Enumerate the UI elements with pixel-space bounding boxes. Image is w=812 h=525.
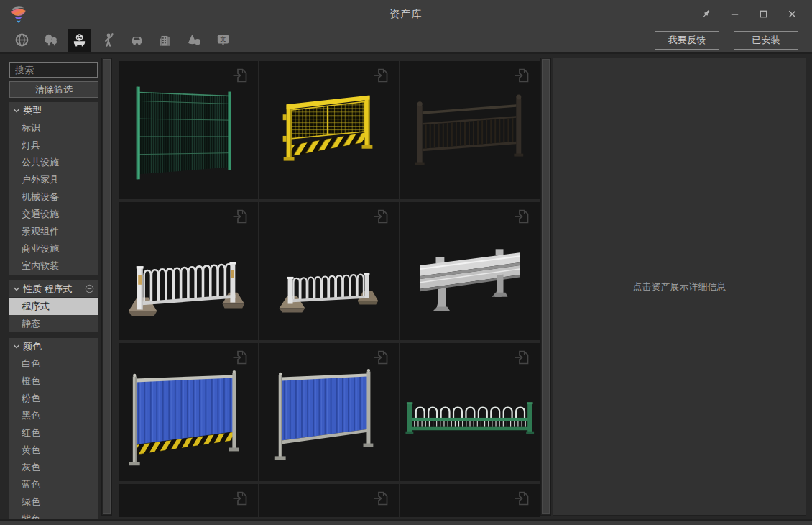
filter-item[interactable]: 静态 [9,315,98,332]
installed-button[interactable]: 已安装 [734,31,798,50]
filter-section-label: 类型 [23,104,42,117]
tab-material-icon[interactable] [183,29,206,52]
filter-item[interactable]: 黑色 [9,407,98,424]
asset-tile-green-white-fence[interactable] [400,343,540,481]
filter-item[interactable]: 白色 [9,355,98,373]
detail-placeholder-text: 点击资产展示详细信息 [633,280,726,293]
category-tabs: 文 [0,27,234,52]
grid-scrollbar-thumb[interactable] [542,59,550,514]
detail-panel: 点击资产展示详细信息 [553,58,806,516]
filter-item[interactable]: 红色 [9,424,98,442]
filter-item[interactable]: 灰色 [9,459,98,476]
filter-item[interactable]: 绿色 [9,493,98,511]
filter-section-label: 颜色 [23,340,42,353]
asset-tile-white-loop-fence-small[interactable] [259,202,399,340]
filter-item[interactable]: 黄色 [9,442,98,459]
asset-tile-highway-guardrail[interactable] [400,202,540,340]
filter-item[interactable]: 紫色 [9,511,98,519]
filter-group-1: 性质 程序式程序式静态 [9,280,98,332]
asset-tile[interactable] [400,484,540,517]
maximize-icon[interactable] [749,0,778,27]
filter-group-0: 类型标识灯具公共设施户外家具机械设备交通设施景观组件商业设施室内软装 [9,102,98,275]
chevron-down-icon [13,286,20,293]
minimize-icon[interactable] [720,0,749,27]
clear-filters-button[interactable]: 清除筛选 [9,81,98,98]
export-asset-icon[interactable] [512,66,531,85]
filter-item[interactable]: 灯具 [9,137,98,154]
export-asset-icon[interactable] [372,348,390,367]
tab-building-icon[interactable] [154,29,177,52]
filter-item[interactable]: 粉色 [9,390,98,407]
filter-item[interactable]: 机械设备 [9,188,98,206]
sidebar-scrollbar-thumb[interactable] [103,59,111,514]
filter-item[interactable]: 标识 [9,119,98,137]
export-asset-icon[interactable] [231,348,249,367]
filter-section-header[interactable]: 颜色 [9,338,98,355]
filter-sidebar: 清除筛选 类型标识灯具公共设施户外家具机械设备交通设施景观组件商业设施室内软装性… [6,54,99,519]
filter-group-2: 颜色白色橙色粉色黑色红色黄色灰色蓝色绿色紫色 [9,338,98,519]
tab-decal-icon[interactable]: 文 [211,29,234,52]
asset-tile-blue-hoarding-plain[interactable] [259,343,399,481]
filter-section-label: 性质 程序式 [23,283,73,296]
export-asset-icon[interactable] [372,207,390,226]
asset-tile-black-metal-railing[interactable] [400,61,540,199]
tab-vehicle-icon[interactable] [125,29,148,52]
svg-text:文: 文 [220,35,226,42]
tab-vegetation-icon[interactable] [39,29,62,52]
toolbar: 文 我要反馈 已安装 [0,27,812,54]
tab-character-icon[interactable] [96,29,119,52]
chevron-down-icon [13,343,20,350]
close-icon[interactable] [778,0,806,27]
filter-item[interactable]: 户外家具 [9,171,98,188]
filter-item[interactable]: 交通设施 [9,206,98,223]
search-input[interactable] [9,62,98,78]
export-asset-icon[interactable] [231,489,249,508]
asset-library-window: 资产库 文 [0,0,812,525]
bottom-bar [0,519,812,525]
grid-scrollbar[interactable] [540,58,551,516]
asset-tile[interactable] [119,484,258,517]
filter-section-header[interactable]: 类型 [9,102,98,119]
asset-tile[interactable] [259,484,399,517]
filter-item[interactable]: 程序式 [9,298,98,315]
filter-item[interactable]: 蓝色 [9,476,98,493]
chevron-down-icon [13,107,20,114]
filter-item[interactable]: 室内软装 [9,257,98,275]
asset-tile-blue-hoarding-hazard[interactable] [119,343,258,481]
export-asset-icon[interactable] [372,489,390,508]
filter-sections: 类型标识灯具公共设施户外家具机械设备交通设施景观组件商业设施室内软装性质 程序式… [9,102,98,519]
titlebar[interactable]: 资产库 [0,0,812,27]
filter-section-header[interactable]: 性质 程序式 [9,280,98,298]
pin-window-icon[interactable] [691,0,720,27]
window-title: 资产库 [0,8,812,21]
sidebar-scrollbar[interactable] [101,58,112,516]
feedback-button[interactable]: 我要反馈 [655,31,719,50]
remove-filter-icon[interactable] [85,284,94,293]
filter-item[interactable]: 橙色 [9,373,98,390]
asset-grid [115,54,540,517]
content-area: 清除筛选 类型标识灯具公共设施户外家具机械设备交通设施景观组件商业设施室内软装性… [0,54,812,519]
filter-item[interactable]: 景观组件 [9,223,98,240]
toolbar-buttons: 我要反馈 已安装 [655,31,812,50]
export-asset-icon[interactable] [231,66,249,85]
export-asset-icon[interactable] [512,489,531,508]
filter-item[interactable]: 商业设施 [9,240,98,257]
tab-globe-icon[interactable] [10,29,33,52]
filter-item[interactable]: 公共设施 [9,154,98,171]
export-asset-icon[interactable] [512,207,531,226]
asset-tile-yellow-construction-fence[interactable] [259,61,399,199]
asset-tile-green-wire-mesh-fence[interactable] [119,61,258,199]
asset-tile-white-loop-fence-large[interactable] [119,202,258,340]
export-asset-icon[interactable] [372,66,390,85]
tab-props-icon[interactable] [68,29,91,52]
window-controls [691,0,806,27]
export-asset-icon[interactable] [231,207,249,226]
export-asset-icon[interactable] [512,348,531,367]
